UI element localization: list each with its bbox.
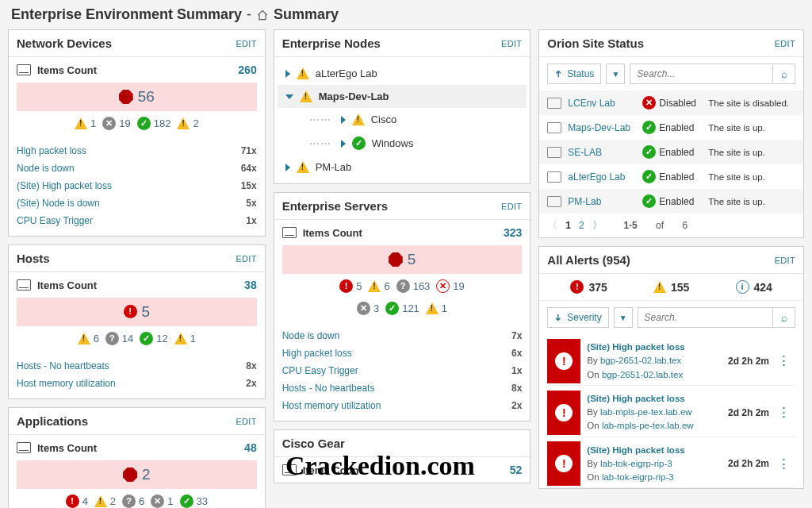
status-count[interactable]: ✕19 (102, 117, 130, 130)
status-count[interactable]: ✕1 (151, 495, 173, 508)
pager: 〈 1 2 〉 1-5 of 6 (539, 214, 803, 237)
edit-link[interactable]: EDIT (775, 39, 795, 48)
title-post: Summary (274, 6, 339, 23)
status-count[interactable]: 1 (174, 333, 196, 344)
alert-by-link[interactable]: lab-mpls-pe-tex.lab.ew (600, 407, 692, 417)
issue-link[interactable]: Node is down (17, 163, 75, 174)
ok-icon: ✓ (140, 332, 153, 345)
alert-on-link[interactable]: bgp-2651-02.lab.tex (602, 370, 683, 379)
tree-node[interactable]: Maps-Dev-Lab (278, 85, 527, 108)
search-icon[interactable]: ⌕ (772, 65, 795, 83)
alert-on-link[interactable]: lab-mpls-pe-tex.lab.ew (602, 421, 694, 430)
status-count[interactable]: ?14 (105, 332, 133, 345)
sort-dropdown-button[interactable]: ▼ (614, 307, 633, 328)
items-icon (282, 464, 297, 475)
status-count[interactable]: !4 (66, 495, 88, 508)
site-name-link[interactable]: aLterEgo Lab (568, 171, 636, 183)
status-count[interactable]: !5 (339, 279, 362, 293)
status-count[interactable]: ?163 (396, 279, 431, 293)
status-count[interactable]: ✕19 (436, 279, 464, 293)
edit-link[interactable]: EDIT (236, 254, 256, 264)
status-count[interactable]: ?6 (122, 495, 144, 508)
site-name-link[interactable]: PM-Lab (568, 196, 636, 207)
items-count[interactable]: 48 (244, 441, 257, 454)
widget-title: Enterprise Nodes (282, 37, 381, 50)
page-1[interactable]: 1 (565, 220, 571, 231)
list-item: High packet loss6x (282, 344, 523, 362)
issue-list: Node is down7xHigh packet loss6xCPU Easy… (274, 324, 530, 421)
caret-down-icon (285, 94, 293, 99)
list-item: CPU Easy Trigger1x (17, 212, 257, 229)
status-count[interactable]: 2 (94, 495, 116, 507)
warning-icon (300, 90, 312, 102)
status-count[interactable]: 1 (426, 302, 447, 314)
issue-link[interactable]: CPU Easy Trigger (17, 215, 93, 226)
items-icon (17, 64, 31, 75)
issue-link[interactable]: (Site) High packet loss (17, 180, 112, 191)
issue-link[interactable]: High packet loss (282, 348, 352, 359)
sort-severity-button[interactable]: ➜Severity (547, 307, 608, 328)
status-count[interactable]: ✓12 (140, 332, 167, 345)
alert-title-link[interactable]: (Site) High packet loss (587, 341, 722, 354)
tree-child[interactable]: ⋯⋯Cisco (278, 108, 527, 131)
sort-status-button[interactable]: ➜Status (547, 64, 601, 84)
warning-icon (75, 117, 87, 129)
edit-link[interactable]: EDIT (236, 417, 256, 426)
issue-link[interactable]: Node is down (282, 330, 340, 341)
site-icon (547, 147, 561, 158)
items-count[interactable]: 38 (244, 279, 257, 291)
list-item: CPU Easy Trigger1x (282, 362, 523, 379)
site-name-link[interactable]: Maps-Dev-Lab (568, 122, 636, 133)
edit-link[interactable]: EDIT (501, 39, 522, 48)
edit-link[interactable]: EDIT (775, 256, 795, 265)
alert-by-link[interactable]: bgp-2651-02.lab.tex (600, 356, 681, 365)
issue-link[interactable]: (Site) Node is down (17, 198, 100, 209)
alert-more-icon[interactable]: ⋮ (772, 456, 795, 472)
issue-link[interactable]: CPU Easy Trigger (282, 365, 358, 376)
alert-card: !(Site) High packet lossBy lab-mpls-pe-t… (547, 389, 795, 437)
alert-by-link[interactable]: lab-tok-eigrp-rip-3 (600, 459, 672, 468)
edit-link[interactable]: EDIT (236, 39, 256, 48)
items-count[interactable]: 323 (504, 226, 522, 239)
search-icon[interactable]: ⌕ (772, 309, 795, 326)
page-2[interactable]: 2 (579, 220, 584, 231)
red-x-icon: ✕ (436, 279, 450, 293)
status-count[interactable]: ✓121 (385, 302, 419, 315)
tree-node[interactable]: aLterEgo Lab (278, 62, 527, 85)
list-item: Node is down7x (282, 327, 523, 344)
alert-card: !(Site) High packet lossBy bgp-2651-02.l… (547, 337, 795, 386)
issue-link[interactable]: Hosts - No heartbeats (282, 383, 375, 394)
alert-more-icon[interactable]: ⋮ (772, 404, 795, 421)
list-item: Hosts - No heartbeats8x (282, 379, 523, 397)
issue-link[interactable]: Host memory utilization (282, 400, 381, 411)
search-input[interactable] (630, 64, 772, 83)
status-count[interactable]: ✓33 (180, 495, 208, 508)
site-icon (547, 171, 561, 183)
issue-link[interactable]: Hosts - No heartbeats (17, 360, 109, 371)
issue-link[interactable]: Host memory utilization (17, 378, 116, 389)
site-name-link[interactable]: SE-LAB (568, 147, 636, 158)
next-page[interactable]: 〉 (592, 218, 603, 233)
alert-on-link[interactable]: lab-tok-eigrp-rip-3 (602, 472, 674, 482)
alert-title-link[interactable]: (Site) High packet loss (587, 392, 722, 406)
status-count[interactable]: 6 (368, 280, 389, 292)
alert-title-link[interactable]: (Site) High packet loss (587, 444, 722, 457)
site-row: aLterEgo Lab✓EnabledThe site is up. (539, 164, 803, 189)
search-input[interactable] (638, 308, 772, 327)
alert-severity-icon: ! (547, 339, 580, 383)
sort-dropdown-button[interactable]: ▼ (606, 64, 625, 84)
items-count[interactable]: 260 (238, 64, 256, 76)
tree-child[interactable]: ⋯⋯✓Windows (278, 131, 527, 156)
items-count[interactable]: 52 (510, 464, 523, 476)
edit-link[interactable]: EDIT (501, 202, 522, 211)
status-count[interactable]: 2 (177, 117, 198, 129)
status-count[interactable]: ✕3 (357, 302, 379, 315)
alert-more-icon[interactable]: ⋮ (772, 352, 795, 369)
alert-time: 2d 2h 2m (728, 356, 772, 367)
site-name-link[interactable]: LCEnv Lab (568, 98, 636, 109)
status-count[interactable]: 1 (75, 117, 96, 129)
status-count[interactable]: 6 (78, 333, 99, 344)
tree-node[interactable]: PM-Lab (278, 156, 527, 179)
issue-link[interactable]: High packet loss (17, 145, 86, 156)
status-count[interactable]: ✓182 (137, 117, 171, 130)
